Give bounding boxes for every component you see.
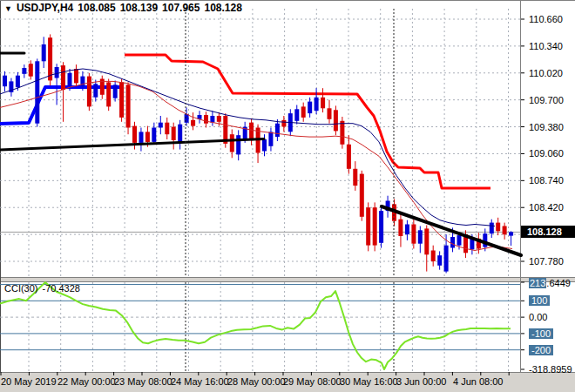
cci-value: -70.4328 [43,283,80,294]
time-axis-label: 30 May 16:00 [340,376,398,387]
chart-title-bar[interactable]: ▼USDJPY,H4108.085108.139107.965108.128 [4,2,247,14]
low-value: 107.965 [162,2,200,14]
time-axis-label: 23 May 08:00 [114,376,172,387]
cci-axis[interactable]: 213.64491000.00-100-200-318.8959 [521,0,575,372]
cci-axis-label: -100 [529,328,553,339]
high-value: 108.139 [120,2,158,14]
time-axis-label: 29 May 08:00 [283,376,342,387]
time-axis-label: 24 May 16:00 [171,376,229,387]
cci-indicator-label: CCI(30)-70.4328 [4,283,85,294]
cci-name: CCI(30) [4,283,38,294]
cci-axis-label: 0.00 [529,312,547,322]
mt4-chart-window: ▼USDJPY,H4108.085108.139107.965108.128 C… [0,0,575,392]
time-axis-label: 3 Jun 00:00 [396,376,447,387]
time-axis-label: 22 May 00:00 [58,376,116,387]
close-value: 108.128 [204,2,241,14]
time-axis[interactable]: 20 May 201922 May 00:0023 May 08:0024 Ma… [0,372,575,392]
dropdown-icon[interactable]: ▼ [4,4,12,13]
cci-axis-label: 100 [529,295,550,306]
chart-canvas[interactable] [0,0,575,392]
cci-axis-label: 213.6449 [529,278,571,288]
open-value: 108.085 [78,2,115,14]
time-axis-label: 20 May 2019 [1,376,57,387]
time-axis-label: 4 Jun 08:00 [453,376,504,387]
cci-axis-label: -200 [529,345,553,355]
symbol-period-label: USDJPY,H4 [17,2,73,14]
time-axis-label: 28 May 00:00 [227,376,286,387]
